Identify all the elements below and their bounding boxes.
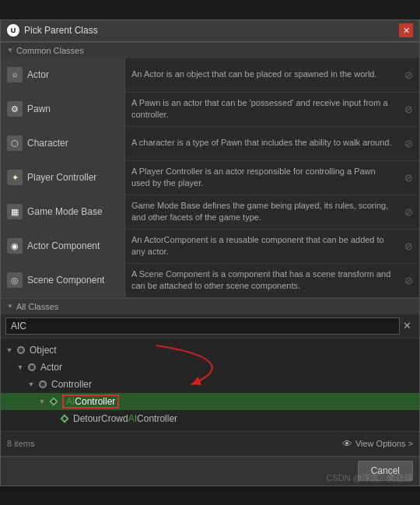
title-bar: U Pick Parent Class ✕ bbox=[1, 20, 419, 42]
player-controller-label: Player Controller bbox=[27, 172, 96, 183]
node-icon-actor bbox=[26, 361, 38, 373]
actor-component-label: Actor Component bbox=[27, 240, 100, 251]
actor-info-icon[interactable]: ⊘ bbox=[401, 58, 419, 92]
action-bar: Cancel bbox=[1, 456, 419, 486]
player-controller-icon: ✦ bbox=[7, 170, 23, 185]
tree-area[interactable]: ▼ Object ▼ Actor ▼ Controller ▼ bbox=[1, 338, 419, 431]
class-row-character: ⬡ Character A character is a type of Paw… bbox=[1, 127, 419, 161]
actor-component-info-icon[interactable]: ⊘ bbox=[401, 230, 419, 263]
pawn-label: Pawn bbox=[27, 103, 51, 114]
common-classes-section: ▼ Common Classes ○ Actor An Actor is an … bbox=[1, 42, 419, 298]
tree-label-aicontroller: AIController bbox=[62, 395, 119, 409]
tree-item-detour-crowd-aicontroller[interactable]: DetourCrowdAIController bbox=[1, 410, 419, 427]
search-input[interactable] bbox=[5, 317, 400, 335]
search-bar: ✕ bbox=[1, 314, 419, 338]
class-row-game-mode-base: ▦ Game Mode Base Game Mode Base defines … bbox=[1, 195, 419, 230]
tree-label-controller: Controller bbox=[51, 379, 92, 390]
pawn-icon: ⚙ bbox=[7, 101, 23, 117]
actor-label: Actor bbox=[27, 69, 49, 80]
player-controller-info-icon[interactable]: ⊘ bbox=[401, 161, 419, 195]
pawn-info-icon[interactable]: ⊘ bbox=[401, 93, 419, 126]
game-mode-base-icon: ▦ bbox=[7, 204, 23, 219]
class-button-actor-component[interactable]: ◉ Actor Component bbox=[1, 230, 125, 263]
expand-object: ▼ bbox=[4, 346, 15, 354]
search-clear-button[interactable]: ✕ bbox=[400, 320, 415, 331]
node-icon-controller bbox=[37, 378, 49, 391]
game-mode-base-info-icon[interactable]: ⊘ bbox=[401, 195, 419, 229]
all-classes-header: ▼ All Classes bbox=[1, 298, 419, 314]
class-button-player-controller[interactable]: ✦ Player Controller bbox=[1, 161, 125, 195]
tree-item-controller[interactable]: ▼ Controller bbox=[1, 376, 419, 393]
expand-actor: ▼ bbox=[15, 363, 26, 371]
common-classes-header: ▼ Common Classes bbox=[1, 42, 419, 58]
common-classes-triangle: ▼ bbox=[7, 47, 13, 54]
class-row-player-controller: ✦ Player Controller A Player Controller … bbox=[1, 161, 419, 195]
class-button-actor[interactable]: ○ Actor bbox=[1, 58, 125, 92]
view-options-eye-icon: 👁 bbox=[342, 438, 352, 450]
scene-component-desc: A Scene Component is a component that ha… bbox=[125, 264, 401, 297]
node-icon-object bbox=[15, 344, 27, 356]
tree-label-detour: DetourCrowdAIController bbox=[73, 413, 177, 424]
actor-component-icon: ◉ bbox=[7, 238, 23, 254]
character-info-icon[interactable]: ⊘ bbox=[401, 127, 419, 160]
pawn-desc: A Pawn is an actor that can be 'possesse… bbox=[125, 93, 401, 126]
character-desc: A character is a type of Pawn that inclu… bbox=[125, 127, 401, 160]
scene-component-label: Scene Component bbox=[27, 275, 104, 286]
all-classes-label: All Classes bbox=[16, 302, 58, 311]
actor-icon: ○ bbox=[7, 67, 23, 82]
class-button-pawn[interactable]: ⚙ Pawn bbox=[1, 93, 125, 126]
scene-component-info-icon[interactable]: ⊘ bbox=[401, 264, 419, 297]
tree-label-actor: Actor bbox=[40, 362, 62, 373]
class-button-game-mode-base[interactable]: ▦ Game Mode Base bbox=[1, 195, 125, 229]
tree-item-actor[interactable]: ▼ Actor bbox=[1, 359, 419, 376]
ue-logo: U bbox=[7, 24, 19, 37]
character-icon: ⬡ bbox=[7, 135, 23, 151]
actor-component-desc: An ActorComponent is a reusable componen… bbox=[125, 230, 401, 263]
game-mode-base-label: Game Mode Base bbox=[27, 206, 103, 217]
class-row-pawn: ⚙ Pawn A Pawn is an actor that can be 'p… bbox=[1, 93, 419, 127]
close-button[interactable]: ✕ bbox=[399, 23, 413, 37]
common-classes-label: Common Classes bbox=[16, 46, 84, 55]
class-row-actor: ○ Actor An Actor is an object that can b… bbox=[1, 58, 419, 93]
tree-label-object: Object bbox=[30, 345, 57, 356]
all-classes-section: ▼ All Classes ✕ ▼ Object ▼ Actor bbox=[1, 298, 419, 486]
actor-desc: An Actor is an object that can be placed… bbox=[125, 58, 401, 92]
items-count: 8 items bbox=[7, 439, 34, 448]
status-bar: 8 items 👁 View Options > bbox=[1, 431, 419, 456]
node-icon-aicontroller bbox=[47, 395, 60, 408]
title-bar-left: U Pick Parent Class bbox=[7, 24, 98, 37]
game-mode-base-desc: Game Mode Base defines the game being pl… bbox=[125, 195, 401, 229]
class-row-scene-component: ◎ Scene Component A Scene Component is a… bbox=[1, 264, 419, 298]
view-options[interactable]: 👁 View Options > bbox=[342, 438, 413, 450]
cancel-button[interactable]: Cancel bbox=[358, 461, 413, 481]
expand-aicontroller: ▼ bbox=[37, 398, 47, 405]
all-classes-triangle: ▼ bbox=[7, 303, 13, 310]
node-icon-detour bbox=[58, 412, 71, 425]
expand-controller: ▼ bbox=[26, 381, 37, 388]
class-button-character[interactable]: ⬡ Character bbox=[1, 127, 125, 160]
pick-parent-class-dialog: U Pick Parent Class ✕ ▼ Common Classes ○… bbox=[0, 19, 420, 486]
tree-item-object[interactable]: ▼ Object bbox=[1, 342, 419, 359]
scene-component-icon: ◎ bbox=[7, 272, 23, 288]
character-label: Character bbox=[27, 138, 68, 149]
class-button-scene-component[interactable]: ◎ Scene Component bbox=[1, 264, 125, 297]
tree-item-aicontroller[interactable]: ▼ AIController bbox=[1, 393, 419, 410]
view-options-label: View Options > bbox=[355, 439, 413, 448]
class-row-actor-component: ◉ Actor Component An ActorComponent is a… bbox=[1, 230, 419, 264]
dialog-title: Pick Parent Class bbox=[24, 25, 98, 36]
player-controller-desc: A Player Controller is an actor responsi… bbox=[125, 161, 401, 195]
